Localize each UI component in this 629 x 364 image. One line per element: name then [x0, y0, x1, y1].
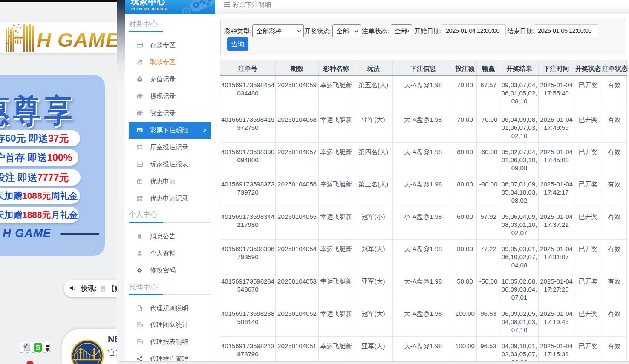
svg-text:S: S	[36, 344, 40, 351]
svg-text:官方: 官方	[108, 348, 117, 357]
svg-text:¥: ¥	[139, 78, 141, 81]
svg-text:H GAME: H GAME	[37, 29, 117, 51]
svg-text:NB: NB	[108, 334, 117, 344]
